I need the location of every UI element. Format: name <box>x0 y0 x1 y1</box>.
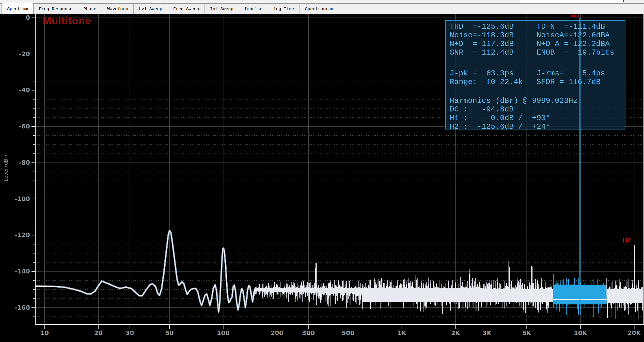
x-tick-label: 300 <box>302 330 315 337</box>
app-window: 0-20-40-60-80-100-120-140-16010203050100… <box>0 0 644 342</box>
x-tick-label: 2K <box>451 330 461 337</box>
y-tick-label: -40 <box>19 87 30 94</box>
tab-waveform[interactable]: Waveform <box>102 4 134 14</box>
stats-line: J-pk = 63.3ps J-rms= 5.4ps <box>450 69 605 78</box>
clipped-marker-dot <box>577 15 579 17</box>
tab-phase[interactable]: Phase <box>78 4 102 14</box>
stats-line: H2 : -125.6dB / +24° <box>450 122 550 131</box>
tab-int-sweep[interactable]: Int Sweep <box>205 4 239 14</box>
stats-line: THD =-125.6dB TD+N =-111.4dB <box>450 22 605 31</box>
y-tick-label: -160 <box>15 304 30 311</box>
tab-spectrum[interactable]: Spectrum <box>2 3 34 14</box>
tab-spectrogram[interactable]: Spectrogram <box>300 4 339 14</box>
measurement-stats-box: THD =-125.6dB TD+N =-111.4dBNoise=-118.3… <box>445 20 625 129</box>
x-tick-label: 10K <box>574 330 587 337</box>
y-tick-label: -80 <box>19 159 30 166</box>
y-tick-label: -120 <box>15 232 30 239</box>
plot-title-overlay: Multitone <box>43 15 91 27</box>
x-tick-label: 10 <box>40 330 49 337</box>
x-tick-label: 500 <box>342 330 354 337</box>
x-tick-label: 3K <box>483 330 492 337</box>
stats-line: N+D =-117.3dB N+D A =-122.2dBA <box>450 40 610 48</box>
y-tick-label: -100 <box>15 196 30 203</box>
tab-log-time[interactable]: log-Time <box>268 4 300 14</box>
y-tick-label: 0 <box>26 14 30 21</box>
x-tick-label: 20 <box>94 330 103 337</box>
y-tick-label: -140 <box>15 268 30 275</box>
x-tick-label: 200 <box>271 330 283 337</box>
tab-freq-sweep[interactable]: Freq Sweep <box>168 4 205 14</box>
h2-marker-label: H2 <box>623 237 631 244</box>
clipped-marker-dot <box>574 15 576 17</box>
stats-line: Harmonics (dBr) @ 9999.023Hz <box>450 96 578 105</box>
fundamental-marker-line <box>579 18 580 300</box>
x-tick-label: 1K <box>397 330 407 337</box>
y-tick-label: -20 <box>19 51 30 58</box>
stats-line: Range: 10-22.4k SFDR = 116.7dB <box>450 78 601 86</box>
y-tick-label: -60 <box>19 123 30 130</box>
x-tick-label: 5K <box>522 330 532 337</box>
tab-lvl-sweep[interactable]: Lvl Sweep <box>134 4 168 14</box>
y-axis-title: Level (dBr) <box>3 155 9 181</box>
x-tick-label: 30 <box>125 330 134 337</box>
x-tick-label: 20K <box>628 330 641 337</box>
stats-line: DC : -94.8dB <box>450 105 514 114</box>
stats-line: SNR = 112.4dB ENOB = 19.7bits <box>450 48 614 57</box>
stats-line: H1 : 0.0dB / +90° <box>450 114 550 122</box>
x-tick-label: 50 <box>165 330 174 337</box>
view-tab-bar: SpectrumFreq ResponsePhaseWaveformLvl Sw… <box>0 4 644 14</box>
tab-freq-response[interactable]: Freq Response <box>34 4 78 14</box>
overlapping-window-fragment <box>521 0 624 2</box>
tab-impulse[interactable]: Impulse <box>239 4 268 14</box>
x-tick-label: 100 <box>217 330 230 337</box>
stats-line: Noise=-118.3dB NoiseA=-122.6dBA <box>450 31 610 40</box>
clipped-marker-dot <box>571 15 573 17</box>
